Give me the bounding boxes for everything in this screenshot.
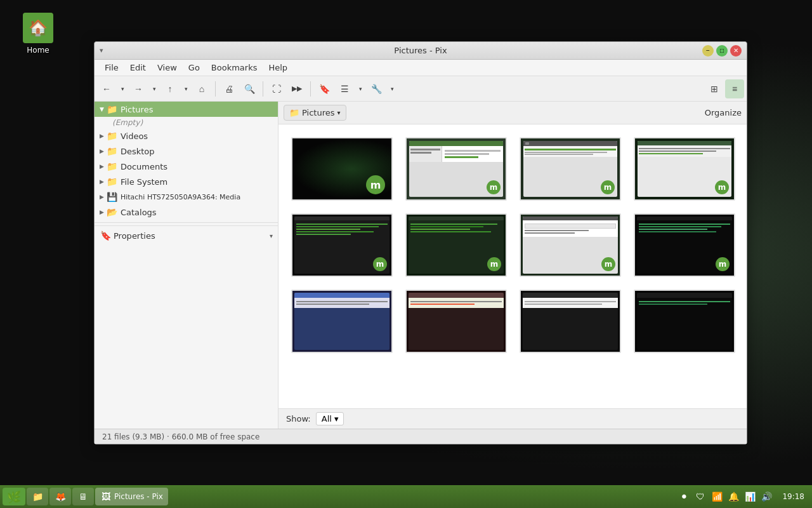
sidebar-divider [95,222,278,223]
window-menu-icon[interactable]: ▾ [100,46,103,55]
thumb-content-9 [292,291,391,352]
show-label: Show: [286,414,311,424]
menu-bar: File Edit View Go Bookmarks Help [95,60,747,76]
photo-thumb-9[interactable] [291,290,393,353]
bookmark-button[interactable]: 🔖 [315,79,334,98]
shield-icon[interactable]: 🛡 [693,490,707,504]
photo-thumb-8[interactable]: m [634,213,735,277]
thumb-content-12 [635,291,734,352]
show-select[interactable]: All ▾ [316,412,344,425]
minimize-button[interactable]: − [702,45,714,57]
photo-thumb-6[interactable]: m [405,213,507,277]
menu-file[interactable]: File [100,62,124,74]
sidebar-item-desktop[interactable]: ▶ 📁 Desktop [95,144,278,159]
up-arrow-button[interactable]: ▾ [181,79,191,98]
thumbnail-view-button[interactable]: ⊞ [705,79,724,98]
sidebar-videos-label: Videos [121,131,148,141]
sidebar-item-documents[interactable]: ▶ 📁 Documents [95,159,278,174]
photo-thumb-11[interactable] [520,290,621,353]
bluetooth-icon[interactable]: ⚫ [677,490,691,504]
slideshow-button[interactable]: ▶▶ [287,79,306,98]
show-select-arrow: ▾ [334,414,339,424]
mint-logo-2: m [487,180,501,194]
back-arrow-button[interactable]: ▾ [117,79,128,98]
browser-icon: 🦊 [55,491,66,502]
desktop-icon-home[interactable]: 🏠 Home [13,13,63,55]
location-bar: 📁 Pictures ▾ Organize [278,102,747,124]
photo-thumb-12[interactable] [634,290,735,353]
location-folder-button[interactable]: 📁 Pictures ▾ [284,105,346,121]
monitor-icon[interactable]: 📊 [743,490,757,504]
sidebar-item-catalogs[interactable]: ▶ 📂 Catalogs [95,204,278,220]
thumb-content-4: m [635,138,734,199]
taskbar-btn-browser[interactable]: 🦊 [49,488,71,505]
taskbar-pix-label: Pictures - Pix [114,492,163,501]
menu-edit[interactable]: Edit [125,62,151,74]
taskbar-btn-files[interactable]: 📁 [27,488,48,505]
menu-go[interactable]: Go [183,62,205,74]
sidebar-drive-label: Hitachi HTS725050A9A364: Media [121,193,240,201]
wifi-icon[interactable]: 📶 [710,490,724,504]
photo-thumb-7[interactable]: m [520,213,621,277]
start-button[interactable]: 🌿 [3,488,25,505]
show-selected-value: All [322,414,332,424]
close-button[interactable]: ✕ [730,45,742,57]
mint-logo-1: m [366,175,385,194]
properties-section[interactable]: 🔖 Properties ▾ [95,225,278,245]
window-title: Pictures - Pix [394,46,447,55]
back-button[interactable]: ← [97,79,116,98]
thumb-content-6: m [407,215,506,276]
sidebar-item-drive[interactable]: ▶ 💾 Hitachi HTS725050A9A364: Media [95,189,278,204]
view-arrow-button[interactable]: ▾ [355,79,365,98]
taskbar-btn-terminal[interactable]: 🖥 [72,488,94,505]
pix-window: ▾ Pictures - Pix − □ ✕ File Edit View Go… [94,41,747,444]
thumb-content-10 [407,291,506,352]
home-button[interactable]: ⌂ [192,79,211,98]
photo-thumb-3[interactable]: m [520,137,621,201]
photo-thumb-4[interactable]: m [634,137,735,201]
chevron-right-icon-5: ▶ [100,194,104,200]
search-button[interactable]: 🔍 [240,79,259,98]
photo-thumb-5[interactable]: m [291,213,393,277]
notification-icon[interactable]: 🔔 [726,490,740,504]
volume-icon[interactable]: 🔊 [759,490,773,504]
filesystem-folder-icon: 📁 [107,176,118,187]
menu-bookmarks[interactable]: Bookmarks [206,62,263,74]
tools-arrow-button[interactable]: ▾ [387,79,397,98]
title-bar-controls: − □ ✕ [702,45,742,57]
photo-grid: m [278,124,747,408]
home-folder-icon: 🏠 [23,13,53,43]
status-text: 21 files (9.3 MB) · 660.0 MB of free spa… [102,432,259,441]
taskbar-clock[interactable]: 19:18 [777,492,809,501]
sidebar-documents-label: Documents [121,162,167,171]
toolbar-sep-2 [263,81,263,97]
tools-button[interactable]: 🔧 [367,79,386,98]
photo-thumb-2[interactable]: m [405,137,507,201]
list-view-button[interactable]: ≡ [725,79,744,98]
photo-thumb-1[interactable]: m [291,137,393,201]
maximize-button[interactable]: □ [716,45,728,57]
location-folder-label: Pictures [302,108,334,117]
up-button[interactable]: ↑ [160,79,180,98]
sidebar-desktop-label: Desktop [121,147,155,156]
forward-arrow-button[interactable]: ▾ [149,79,159,98]
properties-expand-icon[interactable]: ▾ [270,232,273,239]
view-button[interactable]: ☰ [335,79,354,98]
sidebar-item-pictures[interactable]: ▼ 📁 Pictures [95,102,278,117]
chevron-right-icon: ▶ [100,133,104,139]
taskbar-btn-pix[interactable]: 🖼 Pictures - Pix [95,488,168,505]
sidebar-item-filesystem[interactable]: ▶ 📁 File System [95,174,278,189]
thumb-content-11 [521,291,620,352]
pix-icon: 🖼 [100,491,112,502]
organize-button[interactable]: Organize [705,108,742,117]
menu-help[interactable]: Help [263,62,292,74]
sidebar-item-videos[interactable]: ▶ 📁 Videos [95,128,278,144]
forward-button[interactable]: → [129,79,148,98]
content-area: ▼ 📁 Pictures (Empty) ▶ 📁 Videos ▶ 📁 Desk… [95,102,747,429]
fullscreen-button[interactable]: ⛶ [267,79,286,98]
menu-view[interactable]: View [152,62,182,74]
chevron-right-icon-3: ▶ [100,163,104,170]
print-button[interactable]: 🖨 [219,79,239,98]
photo-thumb-10[interactable] [405,290,507,353]
properties-icon: 🔖 [100,230,111,241]
